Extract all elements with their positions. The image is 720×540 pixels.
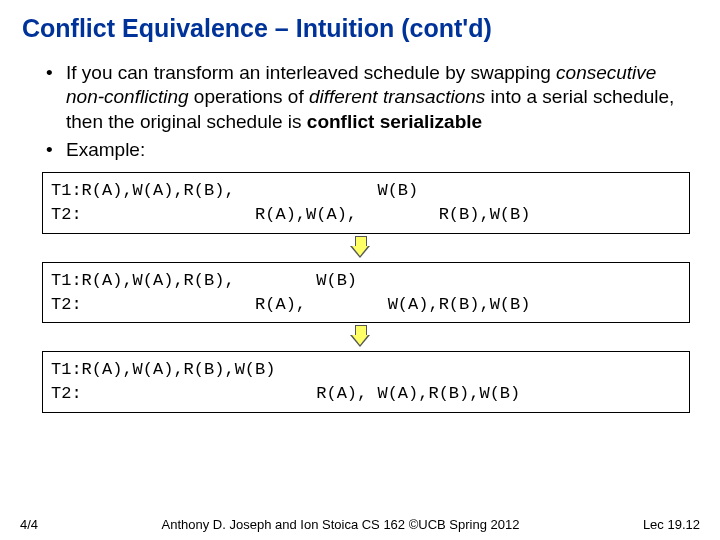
box3-line2: T2: R(A), W(A),R(B),W(B) <box>51 384 520 403</box>
bullet-1-text-a: If you can transform an interleaved sche… <box>66 62 556 83</box>
slide-title: Conflict Equivalence – Intuition (cont'd… <box>22 14 698 43</box>
footer: 4/4 Anthony D. Joseph and Ion Stoica CS … <box>0 517 720 532</box>
bullet-1-text-c: operations of <box>189 86 309 107</box>
bullet-2: Example: <box>66 138 698 162</box>
box2-line2: T2: R(A), W(A),R(B),W(B) <box>51 295 530 314</box>
schedule-box-3: T1:R(A),W(A),R(B),W(B) T2: R(A), W(A),R(… <box>42 351 690 413</box>
box2-line1: T1:R(A),W(A),R(B), W(B) <box>51 271 357 290</box>
box1-line2: T2: R(A),W(A), R(B),W(B) <box>51 205 530 224</box>
schedule-box-2: T1:R(A),W(A),R(B), W(B) T2: R(A), W(A),R… <box>42 262 690 324</box>
footer-right: Lec 19.12 <box>643 517 700 532</box>
box1-line1: T1:R(A),W(A),R(B), W(B) <box>51 181 418 200</box>
down-arrow-icon <box>351 325 369 347</box>
down-arrow-icon <box>351 236 369 258</box>
arrow-2-wrap <box>22 323 698 351</box>
bullet-list: If you can transform an interleaved sche… <box>22 61 698 162</box>
bullet-1-italic-2: different transactions <box>309 86 485 107</box>
arrow-1-wrap <box>22 234 698 262</box>
bullet-1: If you can transform an interleaved sche… <box>66 61 698 134</box>
schedule-box-1: T1:R(A),W(A),R(B), W(B) T2: R(A),W(A), R… <box>42 172 690 234</box>
footer-center: Anthony D. Joseph and Ion Stoica CS 162 … <box>162 517 520 532</box>
footer-left: 4/4 <box>20 517 38 532</box>
slide: Conflict Equivalence – Intuition (cont'd… <box>0 0 720 540</box>
box3-line1: T1:R(A),W(A),R(B),W(B) <box>51 360 275 379</box>
bullet-1-bold: conflict serializable <box>307 111 482 132</box>
